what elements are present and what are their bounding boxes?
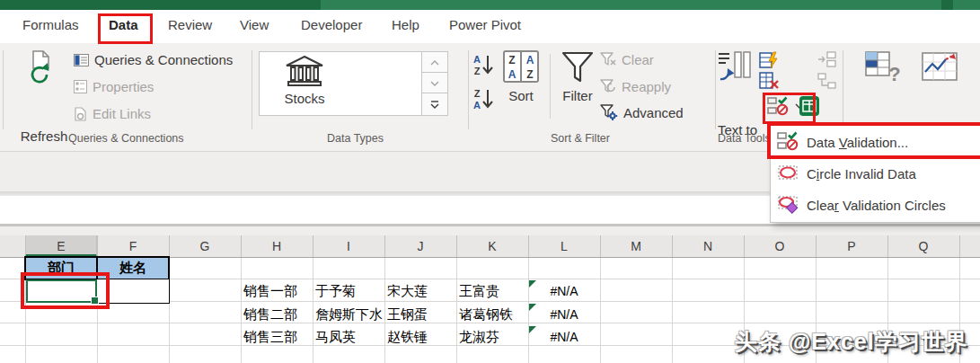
error-indicator-triangle xyxy=(529,280,536,288)
filter-button[interactable] xyxy=(561,50,595,88)
cell-name1[interactable]: 于予菊 xyxy=(315,279,384,303)
queries-group-label: Queries & Connections xyxy=(68,132,184,145)
stocks-button[interactable] xyxy=(285,56,324,92)
menu-item-clear-validation-circles[interactable]: Clear Validation Circles xyxy=(771,190,980,221)
queries-connections-button[interactable]: Queries & Connections xyxy=(74,52,233,67)
filter-label: Filter xyxy=(555,88,600,103)
svg-text:A: A xyxy=(473,100,481,111)
column-header[interactable]: H xyxy=(241,235,313,257)
sort-ascending-button[interactable]: A Z xyxy=(472,52,498,81)
excel-window: Formulas Data Review View Developer Help… xyxy=(0,0,980,363)
properties-button[interactable]: Properties xyxy=(74,79,154,94)
cell-name-header[interactable]: 姓名 xyxy=(96,256,170,280)
sort-filter-group-label: Sort & Filter xyxy=(551,132,610,145)
cell-name1[interactable]: 马凤英 xyxy=(315,325,384,349)
selected-cell[interactable] xyxy=(26,279,97,303)
cell-name-input[interactable] xyxy=(96,279,170,304)
column-header[interactable]: J xyxy=(384,235,456,257)
text-to-columns-button[interactable] xyxy=(718,51,751,87)
edit-links-button[interactable]: Edit Links xyxy=(74,106,151,121)
consolidate-icon xyxy=(817,51,837,67)
tab-formulas[interactable]: Formulas xyxy=(22,17,79,32)
svg-text:?: ? xyxy=(888,63,900,84)
fill-handle[interactable] xyxy=(91,297,99,305)
column-header[interactable]: L xyxy=(528,235,600,257)
title-bar xyxy=(0,0,980,10)
manage-data-model-button[interactable] xyxy=(799,95,820,120)
refresh-all-button[interactable] xyxy=(27,50,54,88)
cell-name3[interactable]: 王富贵 xyxy=(459,279,527,303)
group-separator xyxy=(3,50,4,129)
menu-item-circle-invalid-data[interactable]: Circle Invalid Data xyxy=(771,158,980,190)
chevron-down-icon xyxy=(430,81,439,86)
menu-item-data-validation[interactable]: Data Validation... xyxy=(771,127,980,158)
cell-result-na[interactable]: #N/A xyxy=(529,303,599,326)
gallery-more-button[interactable] xyxy=(421,93,448,116)
what-if-analysis-button[interactable]: ? xyxy=(865,51,901,87)
cell-name2[interactable]: 赵铁锤 xyxy=(387,325,455,349)
column-header[interactable]: M xyxy=(600,235,672,257)
ribbon-tab-row: Formulas Data Review View Developer Help… xyxy=(0,10,980,43)
cell-name3[interactable]: 诸葛钢铁 xyxy=(459,303,527,326)
tab-data[interactable]: Data xyxy=(109,17,138,32)
cell-dept[interactable]: 销售一部 xyxy=(243,279,312,303)
refresh-all-icon xyxy=(27,50,54,84)
data-validation-icon xyxy=(767,96,789,116)
flash-fill-button[interactable] xyxy=(759,51,779,73)
data-types-gallery: Stocks xyxy=(259,51,423,116)
sort-descending-button[interactable]: Z A xyxy=(472,86,498,115)
column-header[interactable]: I xyxy=(313,235,384,257)
column-header[interactable]: O xyxy=(744,235,816,257)
gallery-more-icon xyxy=(430,101,439,109)
column-header[interactable]: K xyxy=(456,235,528,257)
remove-duplicates-button[interactable] xyxy=(759,72,779,93)
manage-data-model-icon xyxy=(799,95,820,117)
svg-text:Z: Z xyxy=(474,88,481,99)
svg-text:Z: Z xyxy=(474,66,481,76)
forecast-sheet-icon xyxy=(921,51,958,84)
column-header[interactable]: F xyxy=(97,235,169,257)
cell-result-na[interactable]: #N/A xyxy=(529,279,599,303)
reapply-filter-icon xyxy=(600,79,616,94)
watermark: 头条 @Excel学习世界 xyxy=(735,327,968,357)
cell-name2[interactable]: 宋大莲 xyxy=(387,279,455,303)
tab-help[interactable]: Help xyxy=(392,17,419,32)
tab-review[interactable]: Review xyxy=(168,17,212,32)
column-header[interactable]: P xyxy=(816,235,887,257)
relationships-button[interactable] xyxy=(817,73,837,93)
tab-view[interactable]: View xyxy=(240,17,269,32)
column-header[interactable]: G xyxy=(169,235,241,257)
cell-dept[interactable]: 销售二部 xyxy=(243,303,312,326)
text-to-columns-icon xyxy=(718,51,751,84)
group-separator xyxy=(252,50,252,129)
cell-result-na[interactable]: #N/A xyxy=(529,325,599,349)
cell-dept[interactable]: 销售三部 xyxy=(243,325,312,349)
cell-name2[interactable]: 王钢蛋 xyxy=(387,303,455,326)
column-header[interactable]: Q xyxy=(887,235,959,257)
sort-button[interactable]: Z A A Z xyxy=(503,50,539,86)
column-header[interactable]: E xyxy=(25,235,97,257)
sort-dialog-icon: Z A A Z xyxy=(503,50,539,83)
tab-power-pivot[interactable]: Power Pivot xyxy=(449,17,521,32)
cell-name1[interactable]: 詹姆斯下水 xyxy=(315,303,384,326)
reapply-filter-button[interactable]: Reapply xyxy=(600,79,671,94)
sheet-top-gap xyxy=(0,226,980,235)
data-tools-group-label: Data Tools xyxy=(718,132,771,145)
what-if-analysis-icon: ? xyxy=(865,51,901,84)
clear-filter-button[interactable]: Clear xyxy=(600,52,654,67)
data-validation-dropdown-menu: Data Validation... Circle Invalid Data C… xyxy=(770,124,980,223)
advanced-filter-button[interactable]: Advanced xyxy=(600,104,684,121)
tab-developer[interactable]: Developer xyxy=(301,17,362,32)
sort-az-icon: A Z xyxy=(472,52,498,77)
cell-name3[interactable]: 龙淑芬 xyxy=(459,325,527,349)
clear-filter-icon xyxy=(600,52,616,67)
cell-dept-header[interactable]: 部门 xyxy=(24,256,98,280)
consolidate-button[interactable] xyxy=(817,51,837,71)
queries-connections-icon xyxy=(74,54,89,66)
error-indicator-triangle xyxy=(529,326,536,333)
column-header[interactable]: N xyxy=(672,235,744,257)
stocks-bank-icon xyxy=(285,56,324,88)
stocks-label: Stocks xyxy=(276,91,333,106)
forecast-sheet-button[interactable] xyxy=(921,51,958,87)
flash-fill-icon xyxy=(759,51,779,69)
